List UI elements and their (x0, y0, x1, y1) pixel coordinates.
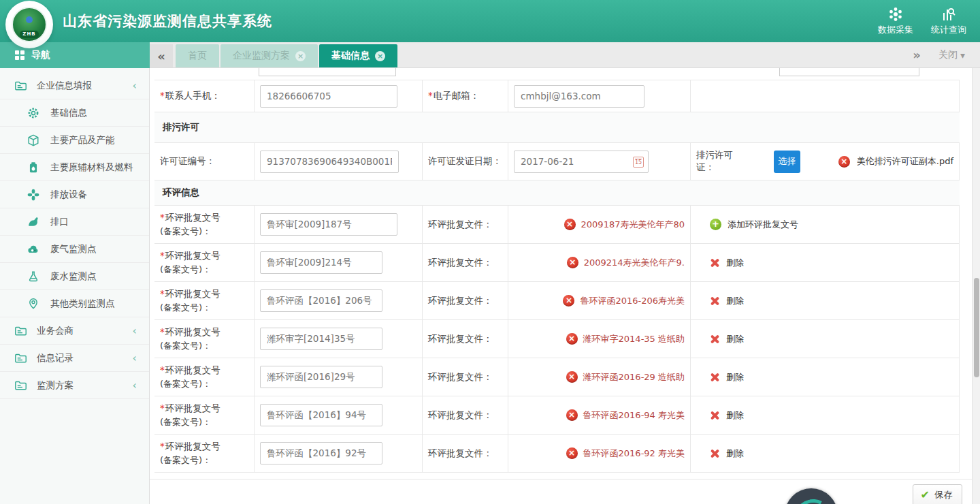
sidebar-item-waste-gas-points[interactable]: 废气监测点 (0, 236, 149, 263)
delete-eia-row-button[interactable]: 删除 (691, 358, 960, 396)
remove-file-icon[interactable]: × (566, 333, 578, 345)
remove-file-icon[interactable]: × (566, 409, 578, 421)
sidebar-item-enterprise-info[interactable]: 企业信息填报 ‹ (0, 72, 149, 99)
eia-file-name[interactable]: 鲁环评函2016-206寿光美 (580, 295, 685, 307)
eia-file-name[interactable]: 潍环评函2016-29 造纸助 (583, 371, 685, 383)
save-button[interactable]: ✔ 保存 (913, 484, 962, 504)
eia-file-name[interactable]: 2009214寿光美伦年产9. (584, 257, 685, 269)
sidebar-item-label: 废气监测点 (50, 243, 97, 255)
outlet-icon (27, 216, 39, 228)
eia-number-input[interactable] (260, 328, 382, 350)
eia-number-label: *环评批复文号 (160, 363, 220, 377)
eia-file-name[interactable]: 鲁环评函2016-94 寿光美 (583, 409, 685, 422)
tab-close-icon[interactable]: × (295, 51, 306, 61)
tab-scroll-right-button[interactable]: » (913, 48, 921, 62)
nav-label: 导航 (31, 49, 50, 61)
permit-date-label: 许可证发证日期： (428, 155, 502, 168)
delete-x-icon (710, 448, 720, 458)
sub-bar: 导航 « 首页 企业监测方案 × 基础信息 × » 关闭 ▾ (0, 42, 980, 68)
sidebar-item-business-consult[interactable]: 业务会商 ‹ (0, 317, 149, 345)
eia-row: *环评批复文号(备案文号)： 环评批复文件： × 鲁环评函2016-206寿光美… (154, 282, 960, 320)
eia-number-label: *环评批复文号 (160, 287, 220, 301)
clipped-input[interactable] (259, 68, 396, 76)
remove-file-icon[interactable]: × (564, 219, 576, 230)
sidebar-item-label: 主要原辅材料及燃料 (50, 161, 133, 174)
delete-eia-row-button[interactable]: 删除 (691, 244, 960, 281)
vertical-scrollbar[interactable] (972, 68, 980, 504)
eia-number-input[interactable] (260, 251, 382, 274)
eia-number-label: *环评批复文号 (160, 325, 220, 339)
delete-eia-row-button[interactable]: 删除 (691, 320, 960, 358)
delete-eia-row-button[interactable]: 删除 (691, 282, 960, 319)
delete-x-icon (710, 257, 720, 268)
sidebar-item-waste-water-points[interactable]: 废水监测点 (0, 263, 149, 290)
tab-scroll-left-button[interactable]: « (150, 44, 173, 67)
sidebar-item-emission-equipment[interactable]: 排放设备 (0, 181, 149, 208)
close-menu-label: 关闭 (938, 49, 958, 61)
sidebar-item-label: 监测方案 (37, 379, 74, 392)
add-eia-row-button[interactable]: + 添加环评批复文号 (691, 206, 960, 243)
eia-file-name[interactable]: 鲁环评函2016-92 寿光美 (583, 447, 685, 460)
tab-basic-info[interactable]: 基础信息 × (319, 44, 397, 67)
choose-file-button[interactable]: 选择 (774, 151, 800, 173)
eia-number-input[interactable] (260, 404, 382, 426)
delete-eia-row-button[interactable]: 删除 (691, 396, 960, 434)
data-collection-button[interactable]: 数据采集 (878, 7, 913, 36)
save-label: 保存 (934, 489, 953, 501)
sidebar-item-outlets[interactable]: 排口 (0, 208, 149, 236)
delete-eia-row-button[interactable]: 删除 (691, 435, 960, 472)
eia-file-label: 环评批复文件： (428, 447, 493, 460)
chevron-left-icon: ‹ (133, 351, 137, 364)
logo-badge: ZHB (20, 31, 39, 38)
eia-file-label: 环评批复文件： (428, 371, 493, 383)
tab-home[interactable]: 首页 (176, 44, 219, 67)
sidebar-item-products-capacity[interactable]: 主要产品及产能 (0, 127, 149, 154)
eia-number-input[interactable] (260, 366, 382, 388)
clipped-input[interactable] (779, 68, 919, 76)
sidebar-item-label: 排放设备 (50, 189, 87, 201)
folder-icon (14, 379, 27, 392)
eia-file-name[interactable]: 潍环审字2014-35 造纸助 (583, 333, 685, 345)
stats-query-button[interactable]: 统计查询 (931, 7, 966, 36)
sidebar-item-info-records[interactable]: 信息记录 ‹ (0, 345, 149, 372)
tab-enterprise-monitor-plan[interactable]: 企业监测方案 × (220, 44, 318, 67)
sidebar-item-other-monitor-points[interactable]: 其他类别监测点 (0, 290, 149, 317)
remove-file-icon[interactable]: × (566, 447, 578, 459)
eia-number-input[interactable] (260, 213, 397, 236)
eia-number-label: *环评批复文号 (160, 439, 220, 454)
permit-file-name[interactable]: 美伦排污许可证副本.pdf (857, 155, 953, 168)
permit-date-input[interactable] (514, 151, 649, 173)
sidebar-item-label: 主要产品及产能 (50, 134, 115, 146)
calendar-icon[interactable]: 15 (633, 157, 644, 168)
sidebar-item-basic-info[interactable]: 基础信息 (0, 99, 149, 127)
remove-file-icon[interactable]: × (566, 371, 578, 383)
eia-number-input[interactable] (260, 289, 382, 312)
sidebar-item-raw-materials-fuel[interactable]: 主要原辅材料及燃料 (0, 154, 149, 181)
delete-x-icon (710, 372, 720, 382)
eia-section-header: 环评信息 (154, 180, 960, 206)
eia-file-name[interactable]: 2009187寿光美伦年产80 (581, 219, 685, 231)
remove-file-icon[interactable]: × (563, 295, 574, 306)
eia-row: *环评批复文号(备案文号)： 环评批复文件： × 2009214寿光美伦年产9.… (154, 244, 960, 282)
app-header: ZHB 山东省污染源监测信息共享系统 数据采集 (0, 0, 980, 42)
eia-file-label: 环评批复文件： (428, 219, 493, 231)
sidebar-item-monitor-plan[interactable]: 监测方案 ‹ (0, 372, 149, 399)
eia-file-label: 环评批复文件： (428, 333, 493, 345)
cube-icon (27, 134, 39, 146)
eia-number-input[interactable] (260, 442, 382, 464)
tab-basic-info-label: 基础信息 (331, 50, 370, 62)
remove-file-icon[interactable]: × (567, 257, 578, 268)
email-input[interactable] (514, 85, 644, 108)
flask-icon (27, 270, 39, 283)
close-tabs-menu[interactable]: 关闭 ▾ (938, 49, 965, 61)
permit-no-input[interactable] (260, 151, 399, 173)
gas-cloud-icon (27, 243, 39, 255)
scrollbar-thumb[interactable] (974, 278, 979, 377)
email-label: *电子邮箱： (428, 90, 479, 102)
phone-input[interactable] (260, 85, 397, 108)
remove-file-icon[interactable]: × (838, 156, 850, 168)
permit-section-header: 排污许可 (154, 112, 960, 143)
permit-cert-label: 排污许可证： (696, 149, 741, 174)
folder-icon (14, 351, 27, 365)
tab-close-icon[interactable]: × (375, 51, 385, 61)
